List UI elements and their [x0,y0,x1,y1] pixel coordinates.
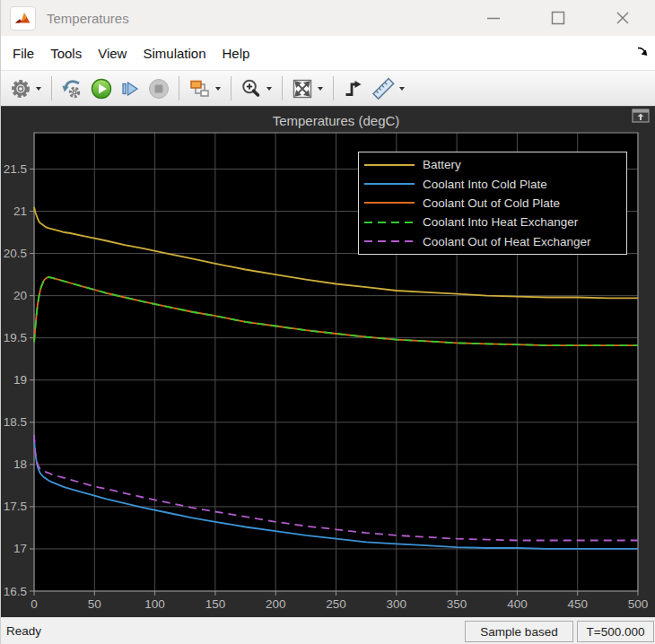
tick-label-x: 400 [507,597,528,611]
tick-label-y: 20 [13,289,27,302]
title-bar[interactable]: Temperatures [1,0,655,36]
tick-label-x: 0 [31,597,38,611]
signal-selector-button[interactable] [185,74,225,103]
window-title: Temperatures [47,11,129,26]
sample-mode-text: Sample based [480,625,557,639]
tick-label-y: 20.5 [4,247,27,260]
settings-button[interactable] [6,74,46,103]
legend-line-sample [364,162,415,168]
legend-item[interactable]: Coolant Into Heat Exchanger [359,213,626,231]
run-button[interactable] [87,74,116,103]
maximize-button[interactable] [526,0,590,36]
tick-label-y: 18 [13,457,27,471]
maximize-icon [550,10,566,26]
tick-label-y: 19.5 [4,331,27,344]
legend-label: Coolant Out of Cold Plate [423,196,560,210]
tick-label-y: 21.5 [4,162,27,176]
legend-label: Coolant Into Cold Plate [423,178,547,191]
toolbar [1,70,655,106]
tick-label-y: 18.5 [4,415,27,429]
minimize-icon [485,10,502,26]
simulink-blocks-icon [188,77,212,100]
toolbar-separator [282,76,283,100]
zoom-in-button[interactable] [237,74,276,103]
dock-arrow-icon[interactable] [636,45,649,57]
tick-label-y: 16.5 [4,585,27,598]
tick-label-y: 19 [13,373,27,387]
run-icon [90,77,113,100]
tick-label-x: 500 [628,597,649,611]
menu-simulation[interactable]: Simulation [135,46,214,61]
chevron-down-icon[interactable] [318,87,323,91]
legend-line-sample [364,239,415,244]
tick-label-x: 150 [205,597,226,611]
close-icon [615,10,631,26]
legend-line-sample [364,200,415,205]
toolbar-separator [231,76,231,100]
step-forward-icon [118,77,142,100]
tick-label-x: 50 [88,597,101,611]
matlab-app-icon [10,6,36,30]
highlight-block-button[interactable] [57,74,87,103]
plot-title: Temperatures (degC) [34,113,638,128]
legend-label: Coolant Out of Heat Exchanger [423,235,591,248]
minimize-button[interactable] [461,0,526,36]
gear-icon [9,77,32,100]
status-text: Ready [6,624,41,638]
tick-label-y: 21 [13,205,27,218]
tick-label-x: 250 [326,597,346,611]
chevron-down-icon[interactable] [215,87,221,91]
tick-label-y: 17.5 [4,500,27,513]
tick-label-y: 17 [13,542,27,555]
tick-label-x: 100 [144,597,165,611]
stop-button[interactable] [144,74,173,103]
zoom-in-icon [240,77,263,100]
toolbar-separator [51,76,52,100]
legend-item[interactable]: Coolant Into Cold Plate [359,174,626,193]
trigger-button[interactable] [339,74,368,103]
legend-item[interactable]: Battery [359,155,626,174]
fit-to-view-button[interactable] [288,74,328,103]
legend-label: Coolant Into Heat Exchanger [423,215,578,229]
toolbar-separator [179,76,179,100]
step-forward-button[interactable] [116,74,144,103]
legend-label: Battery [423,158,461,171]
stop-icon [147,77,170,100]
legend-line-sample [364,220,415,225]
legend-line-sample [364,181,415,187]
chevron-down-icon[interactable] [266,87,272,91]
legend-item[interactable]: Coolant Out of Heat Exchanger [359,232,626,251]
menu-help[interactable]: Help [214,46,258,61]
expand-panel-button[interactable] [632,109,650,124]
tick-label-x: 450 [567,597,588,611]
highlight-block-icon [60,77,84,100]
fit-to-view-icon [291,77,314,100]
chevron-down-icon[interactable] [36,87,41,91]
status-bar: Ready Sample based T=500.000 [1,617,655,644]
measurements-button[interactable] [368,74,409,103]
tick-label-x: 200 [266,597,286,611]
matlab-logo-icon [14,11,31,25]
menu-view[interactable]: View [90,46,135,61]
sample-mode-panel: Sample based [465,621,573,642]
menu-file[interactable]: File [4,46,42,61]
legend: BatteryCoolant Into Cold PlateCoolant Ou… [358,152,627,255]
toolbar-separator [333,76,334,100]
sim-time-panel: T=500.000 [577,621,654,642]
close-button[interactable] [590,0,655,36]
tick-label-x: 300 [387,597,407,611]
legend-item[interactable]: Coolant Out of Cold Plate [359,194,626,213]
ruler-icon [371,76,396,100]
menu-tools[interactable]: Tools [42,46,90,61]
sim-time-text: T=500.000 [587,625,645,639]
scope-display: 05010015020025030035040045050016.51717.5… [1,106,655,617]
trigger-icon [342,77,365,100]
tick-label-x: 350 [447,597,467,611]
menu-bar: File Tools View Simulation Help [1,36,655,70]
chevron-down-icon[interactable] [399,87,405,91]
scope-window: Temperatures File Tools View Simulation … [0,0,655,644]
